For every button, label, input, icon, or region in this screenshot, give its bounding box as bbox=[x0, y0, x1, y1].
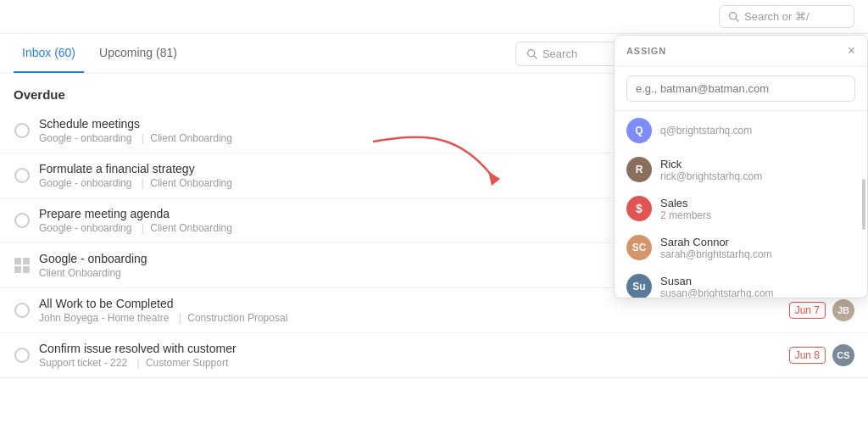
top-search[interactable]: Search or ⌘/ bbox=[719, 5, 854, 28]
dropdown-header: ASSIGN × bbox=[615, 36, 867, 67]
assign-item-members: 2 members bbox=[660, 209, 855, 221]
tab-upcoming[interactable]: Upcoming (81) bbox=[91, 34, 186, 73]
task-item[interactable]: Confirm issue resolved with customer Sup… bbox=[0, 333, 868, 378]
avatar: CS bbox=[832, 344, 854, 366]
close-button[interactable]: × bbox=[848, 44, 855, 58]
assign-dropdown: ASSIGN × Q q@brightstarhq.com R Rick ric… bbox=[614, 35, 868, 298]
search-placeholder: Search bbox=[542, 47, 577, 60]
due-badge: Jun 8 bbox=[789, 347, 826, 364]
task-action: Jun 7 JB bbox=[789, 299, 854, 321]
task-icon-check bbox=[14, 302, 31, 319]
main-content: Overdue Schedule meetings Google - onboa… bbox=[0, 74, 868, 392]
task-action: Jun 8 CS bbox=[789, 344, 854, 366]
task-icon-check bbox=[14, 167, 31, 184]
svg-line-1 bbox=[736, 19, 738, 21]
dropdown-search-area bbox=[615, 67, 867, 111]
assign-item[interactable]: Su Susan susan@brightstarhq.com bbox=[615, 267, 867, 298]
assign-item-info: Sales 2 members bbox=[660, 197, 855, 221]
scrollbar[interactable] bbox=[862, 179, 865, 230]
assign-item-email: rick@brightstarhq.com bbox=[660, 170, 855, 182]
assign-item[interactable]: $ Sales 2 members bbox=[615, 189, 867, 228]
task-meta: John Boyega - Home theatre | Constructio… bbox=[39, 312, 781, 324]
assign-item-info: Susan susan@brightstarhq.com bbox=[660, 275, 855, 298]
assign-item[interactable]: SC Sarah Connor sarah@brightstarhq.com bbox=[615, 228, 867, 267]
due-badge: Jun 7 bbox=[789, 302, 826, 319]
assign-item[interactable]: R Rick rick@brightstarhq.com bbox=[615, 150, 867, 189]
avatar: $ bbox=[626, 196, 652, 221]
tab-inbox[interactable]: Inbox (60) bbox=[14, 34, 84, 73]
assign-item-name: Susan bbox=[660, 275, 855, 287]
task-content: All Work to be Completed John Boyega - H… bbox=[39, 297, 781, 324]
avatar: SC bbox=[626, 235, 652, 260]
assign-item-info: Sarah Connor sarah@brightstarhq.com bbox=[660, 236, 855, 260]
svg-line-3 bbox=[534, 55, 537, 58]
assign-item-email: q@brightstarhq.com bbox=[660, 125, 855, 136]
assign-search-input[interactable] bbox=[626, 75, 855, 102]
task-icon-check bbox=[14, 212, 31, 229]
task-meta: Support ticket - 222 | Customer Support bbox=[39, 357, 781, 369]
task-icon-check bbox=[14, 122, 31, 139]
task-icon-grid bbox=[14, 257, 31, 274]
assign-item-info: q@brightstarhq.com bbox=[660, 125, 855, 136]
avatar: JB bbox=[832, 299, 854, 321]
task-content: Confirm issue resolved with customer Sup… bbox=[39, 342, 781, 369]
task-title: Confirm issue resolved with customer bbox=[39, 342, 781, 355]
assign-item-info: Rick rick@brightstarhq.com bbox=[660, 158, 855, 182]
assign-list: Q q@brightstarhq.com R Rick rick@brights… bbox=[615, 111, 867, 298]
assign-item-name: Sarah Connor bbox=[660, 236, 855, 248]
assign-item-email: susan@brightstarhq.com bbox=[660, 287, 855, 298]
assign-item-email: sarah@brightstarhq.com bbox=[660, 248, 855, 260]
task-title: All Work to be Completed bbox=[39, 297, 781, 310]
avatar: Q bbox=[626, 118, 652, 143]
top-search-label: Search or ⌘/ bbox=[744, 10, 810, 23]
top-bar: Search or ⌘/ bbox=[0, 0, 868, 34]
assign-item-name: Sales bbox=[660, 197, 855, 209]
assign-item-name: Rick bbox=[660, 158, 855, 170]
dropdown-title: ASSIGN bbox=[626, 46, 666, 56]
avatar: Su bbox=[626, 274, 652, 298]
avatar: R bbox=[626, 157, 652, 182]
search-icon bbox=[728, 11, 739, 22]
assign-item[interactable]: Q q@brightstarhq.com bbox=[615, 111, 867, 150]
task-icon-check bbox=[14, 347, 31, 364]
search-icon-sub bbox=[526, 48, 537, 59]
